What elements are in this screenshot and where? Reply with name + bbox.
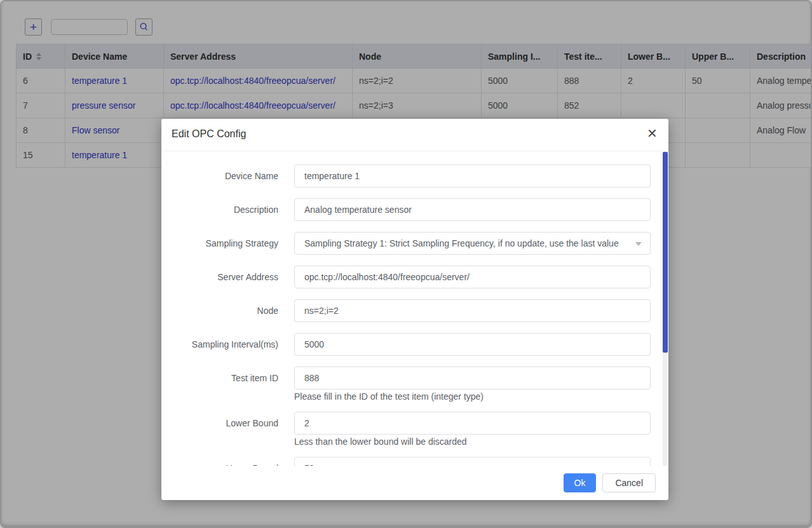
form-row-sampling_strategy: Sampling StrategySampling Strategy 1: St… xyxy=(161,232,668,255)
field-label-lower_bound: Lower Bound xyxy=(161,412,294,446)
field-hint-lower_bound: Less than the lower bound will be discar… xyxy=(294,437,651,446)
field-col: 5000 xyxy=(294,333,651,356)
dialog-form: Device Nametemperature 1DescriptionAnalo… xyxy=(161,165,668,466)
dialog-scrollbar-thumb[interactable] xyxy=(663,152,668,353)
field-label-sampling_interval: Sampling Interval(ms) xyxy=(161,333,294,356)
field-hint-test_item_id: Please fill in the ID of the test item (… xyxy=(294,392,651,401)
sampling_interval-input[interactable]: 5000 xyxy=(294,333,651,356)
ok-button[interactable]: Ok xyxy=(564,473,597,492)
chevron-down-icon xyxy=(635,242,642,246)
node-input[interactable]: ns=2;i=2 xyxy=(294,299,651,322)
server_address-input[interactable]: opc.tcp://localhost:4840/freeopcua/serve… xyxy=(294,266,651,288)
field-label-sampling_strategy: Sampling Strategy xyxy=(161,232,294,255)
app-window: + IDDevice NameServer AddressNodeSamplin… xyxy=(0,0,812,528)
form-row-server_address: Server Addressopc.tcp://localhost:4840/f… xyxy=(161,266,668,288)
field-col: 2Less than the lower bound will be disca… xyxy=(294,412,651,446)
device_name-input[interactable]: temperature 1 xyxy=(294,165,651,187)
description-input[interactable]: Analog temperature sensor xyxy=(294,198,651,221)
form-row-sampling_interval: Sampling Interval(ms)5000 xyxy=(161,333,668,356)
dialog-body: Device Nametemperature 1DescriptionAnalo… xyxy=(161,152,668,466)
lower_bound-input[interactable]: 2 xyxy=(294,412,651,435)
field-col: opc.tcp://localhost:4840/freeopcua/serve… xyxy=(294,266,651,288)
close-icon[interactable]: ✕ xyxy=(643,125,661,142)
field-value: 888 xyxy=(304,373,319,383)
field-label-node: Node xyxy=(161,299,294,322)
field-col: temperature 1 xyxy=(294,165,651,187)
field-value: Sampling Strategy 1: Strict Sampling Fre… xyxy=(304,238,619,248)
upper_bound-input[interactable]: 50 xyxy=(294,457,651,466)
field-value: temperature 1 xyxy=(304,171,360,181)
field-value: Analog temperature sensor xyxy=(304,205,412,215)
dialog-header: Edit OPC Config ✕ xyxy=(161,119,668,151)
form-row-node: Nodens=2;i=2 xyxy=(161,299,668,322)
field-label-server_address: Server Address xyxy=(161,266,294,288)
cancel-button[interactable]: Cancel xyxy=(602,473,656,492)
field-label-test_item_id: Test item ID xyxy=(161,367,294,401)
form-row-upper_bound: Upper Bound50 xyxy=(161,457,668,466)
dialog-scrollbar-track[interactable] xyxy=(663,152,668,466)
form-row-test_item_id: Test item ID888Please fill in the ID of … xyxy=(161,367,668,401)
field-col: Analog temperature sensor xyxy=(294,198,651,221)
field-col: Sampling Strategy 1: Strict Sampling Fre… xyxy=(294,232,651,255)
field-value: 5000 xyxy=(304,339,324,349)
field-label-description: Description xyxy=(161,198,294,221)
sampling_strategy-select[interactable]: Sampling Strategy 1: Strict Sampling Fre… xyxy=(294,232,651,255)
dialog-footer: Ok Cancel xyxy=(161,466,668,500)
field-label-upper_bound: Upper Bound xyxy=(161,457,294,466)
field-value: opc.tcp://localhost:4840/freeopcua/serve… xyxy=(304,272,470,282)
test_item_id-input[interactable]: 888 xyxy=(294,367,651,389)
field-value: 2 xyxy=(304,418,309,428)
form-row-description: DescriptionAnalog temperature sensor xyxy=(161,198,668,221)
field-col: 888Please fill in the ID of the test ite… xyxy=(294,367,651,401)
field-col: 50 xyxy=(294,457,651,466)
field-value: ns=2;i=2 xyxy=(304,306,339,316)
field-col: ns=2;i=2 xyxy=(294,299,651,322)
field-label-device_name: Device Name xyxy=(161,165,294,187)
edit-opc-config-dialog: Edit OPC Config ✕ Device Nametemperature… xyxy=(161,119,668,500)
form-row-lower_bound: Lower Bound2Less than the lower bound wi… xyxy=(161,412,668,446)
dialog-title: Edit OPC Config xyxy=(172,128,246,140)
form-row-device_name: Device Nametemperature 1 xyxy=(161,165,668,187)
